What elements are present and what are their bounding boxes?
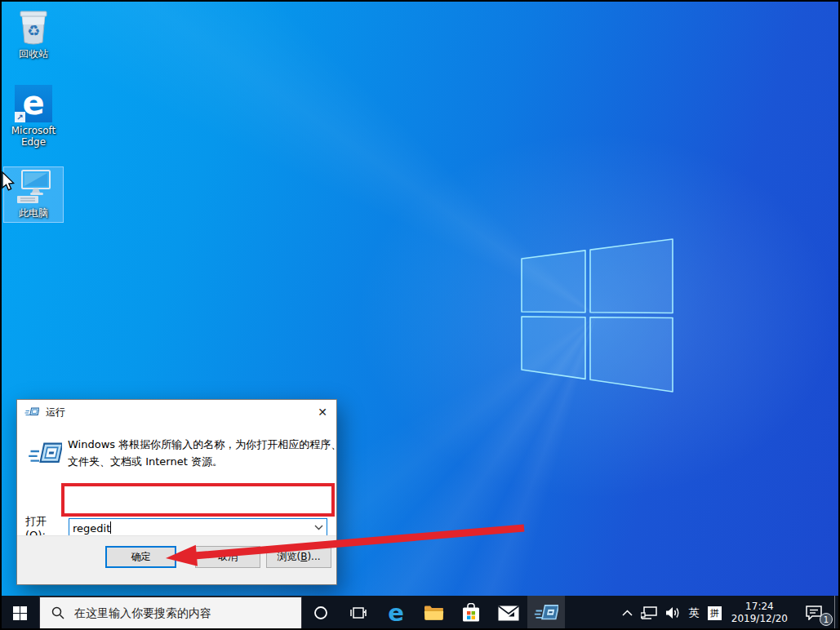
- action-center-button[interactable]: 1: [793, 596, 834, 630]
- run-command-input[interactable]: regedit: [69, 518, 327, 537]
- browse-button[interactable]: 浏览(B)...: [266, 546, 331, 568]
- search-input[interactable]: [73, 606, 288, 620]
- task-view-icon: [350, 606, 367, 620]
- desktop-icon-microsoft-edge[interactable]: e ↗ Microsoft Edge: [5, 85, 62, 148]
- taskbar: e: [0, 596, 840, 630]
- windows-desktop-screen: ♻ 回收站 e ↗ Microsoft Edge: [0, 0, 840, 630]
- tray-show-hidden-icons[interactable]: [618, 596, 637, 630]
- run-dialog: 运行 ✕ Windows 将根据你所输入的名称，为你打开相应的程序、 文件夹、文…: [16, 399, 337, 585]
- run-dialog-body: Windows 将根据你所输入的名称，为你打开相应的程序、 文件夹、文档或 In…: [17, 424, 336, 537]
- run-dialog-icon: [24, 406, 39, 418]
- combobox-dropdown-button[interactable]: [310, 525, 327, 530]
- windows-start-icon: [13, 606, 27, 620]
- taskbar-search-box[interactable]: [39, 597, 302, 629]
- run-command-value: regedit: [69, 521, 310, 535]
- task-view-button[interactable]: [340, 596, 377, 630]
- windows-logo-wallpaper: [514, 233, 678, 400]
- run-dialog-titlebar[interactable]: 运行 ✕: [17, 400, 336, 424]
- chevron-up-icon: [622, 610, 633, 616]
- clock-date: 2019/12/20: [731, 613, 788, 625]
- microsoft-edge-icon: e ↗: [15, 85, 52, 122]
- ok-button[interactable]: 确定: [105, 546, 176, 568]
- cancel-button[interactable]: 取消: [195, 546, 260, 568]
- taskbar-run-app-button[interactable]: [527, 596, 565, 630]
- edge-icon: e: [388, 599, 404, 627]
- taskbar-edge-button[interactable]: e: [377, 596, 415, 630]
- tray-ime-mode[interactable]: 拼: [704, 596, 726, 630]
- taskbar-mail-button[interactable]: [490, 596, 527, 630]
- file-explorer-icon: [424, 605, 444, 621]
- notification-count-badge: 1: [820, 613, 833, 626]
- tray-clock[interactable]: 17:24 2019/12/20: [726, 596, 793, 630]
- speaker-icon: [665, 606, 681, 619]
- start-button[interactable]: [0, 596, 39, 630]
- system-tray: 英 拼 17:24 2019/12/20 1: [618, 596, 840, 630]
- recycle-bin-icon: ♻: [14, 5, 53, 46]
- shortcut-arrow-icon: ↗: [15, 112, 25, 122]
- desktop-icon-label: 此电脑: [19, 207, 48, 219]
- desktop-icon-recycle-bin[interactable]: ♻ 回收站: [5, 5, 62, 60]
- search-icon: [51, 606, 64, 619]
- run-app-icon: [534, 603, 558, 623]
- description-line-2: 文件夹、文档或 Internet 资源。: [68, 453, 341, 470]
- run-dialog-footer: 确定 取消 浏览(B)...: [17, 535, 336, 584]
- desktop-icon-label: 回收站: [19, 48, 48, 60]
- microsoft-store-icon: [462, 603, 480, 623]
- cortana-icon: [313, 606, 328, 620]
- ime-pinyin-indicator: 拼: [708, 606, 722, 620]
- description-line-1: Windows 将根据你所输入的名称，为你打开相应的程序、: [68, 436, 341, 453]
- desktop-icon-label: Microsoft Edge: [5, 125, 62, 148]
- mail-icon: [498, 606, 519, 621]
- tray-ime-language[interactable]: 英: [685, 596, 704, 630]
- dialog-title: 运行: [46, 406, 309, 419]
- run-dialog-description: Windows 将根据你所输入的名称，为你打开相应的程序、 文件夹、文档或 In…: [68, 436, 341, 470]
- chevron-down-icon: [314, 525, 323, 530]
- desktop-icon-this-pc[interactable]: 此电脑: [3, 166, 64, 223]
- run-big-icon: [28, 441, 62, 468]
- this-pc-icon: [14, 169, 53, 205]
- network-ethernet-icon: [641, 606, 657, 619]
- svg-text:♻: ♻: [27, 22, 40, 39]
- cortana-button[interactable]: [302, 596, 340, 630]
- text-caret: [110, 521, 111, 534]
- taskbar-store-button[interactable]: [452, 596, 490, 630]
- show-desktop-button[interactable]: [834, 596, 840, 630]
- tray-network[interactable]: [637, 596, 661, 630]
- tray-volume[interactable]: [661, 596, 685, 630]
- taskbar-file-explorer-button[interactable]: [415, 596, 452, 630]
- clock-time: 17:24: [745, 601, 774, 613]
- close-icon[interactable]: ✕: [309, 401, 336, 424]
